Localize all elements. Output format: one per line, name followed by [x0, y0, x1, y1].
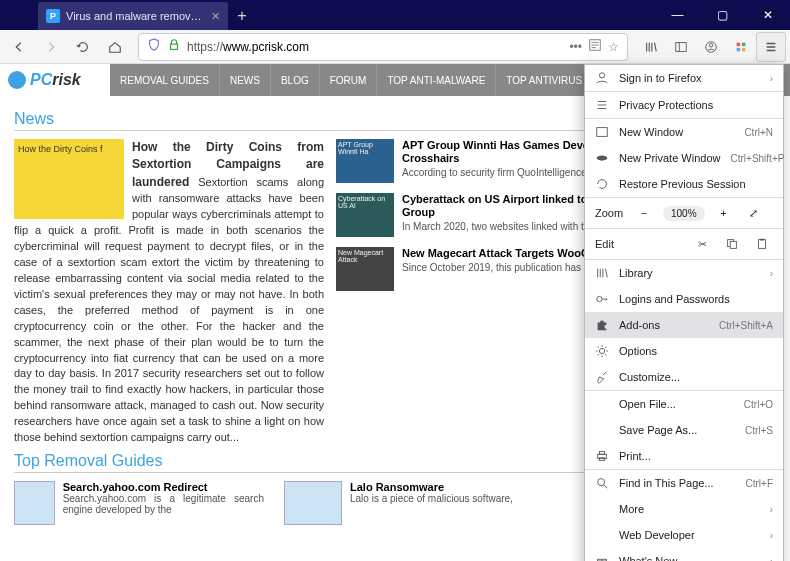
shield-icon: [147, 38, 161, 55]
news-thumb[interactable]: Cyberattack on US Ai: [336, 193, 394, 237]
menu-whats-new[interactable]: What's New ›: [585, 548, 783, 561]
menu-open-file[interactable]: Open File... Ctrl+O: [585, 391, 783, 417]
extensions-button[interactable]: [726, 32, 756, 62]
window-maximize-button[interactable]: ▢: [700, 0, 745, 30]
svg-point-16: [597, 296, 602, 301]
fullscreen-button[interactable]: ⤢: [743, 202, 765, 224]
search-icon: [595, 476, 609, 490]
browser-toolbar: https://www.pcrisk.com ••• ☆: [0, 30, 790, 64]
nav-item[interactable]: TOP ANTI-MALWARE: [377, 64, 496, 96]
guide-thumb[interactable]: [284, 481, 342, 525]
svg-rect-5: [737, 42, 741, 46]
library-icon: [595, 266, 609, 280]
nav-item[interactable]: NEWS: [220, 64, 271, 96]
svg-rect-15: [760, 239, 764, 241]
menu-restore-session[interactable]: Restore Previous Session: [585, 171, 783, 197]
menu-print[interactable]: Print...: [585, 443, 783, 469]
svg-point-17: [599, 348, 604, 353]
cut-button[interactable]: ✂: [691, 233, 713, 255]
zoom-in-button[interactable]: +: [713, 202, 735, 224]
window-icon: [595, 125, 609, 139]
news-thumb[interactable]: APT Group Winnti Ha: [336, 139, 394, 183]
guide-item: Lalo RansomwareLalo is a piece of malici…: [284, 481, 534, 525]
menu-privacy[interactable]: Privacy Protections: [585, 92, 783, 118]
svg-point-4: [709, 43, 713, 47]
chevron-right-icon: ›: [770, 530, 773, 541]
svg-rect-10: [597, 128, 608, 137]
more-actions-icon[interactable]: •••: [569, 40, 582, 54]
window-controls: — ▢ ✕: [655, 0, 790, 30]
lock-icon: [167, 38, 181, 55]
svg-rect-0: [171, 44, 178, 49]
menu-edit: Edit ✂: [585, 229, 783, 259]
gear-icon: [595, 344, 609, 358]
menu-new-private-window[interactable]: New Private Window Ctrl+Shift+P: [585, 145, 783, 171]
logo-icon: [8, 71, 26, 89]
nav-item[interactable]: BLOG: [271, 64, 320, 96]
tab-close-icon[interactable]: ✕: [211, 10, 220, 23]
svg-rect-19: [599, 452, 604, 455]
browser-tab[interactable]: P Virus and malware removal ins ✕: [38, 2, 228, 30]
guide-body: Search.yahoo.com is a legitimate search …: [63, 493, 264, 515]
site-logo[interactable]: PCrisk: [0, 64, 110, 96]
menu-save-page[interactable]: Save Page As... Ctrl+S: [585, 417, 783, 443]
menu-find[interactable]: Find in This Page... Ctrl+F: [585, 470, 783, 496]
account-button[interactable]: [696, 32, 726, 62]
svg-point-11: [597, 155, 608, 160]
print-icon: [595, 449, 609, 463]
mask-icon: [595, 151, 609, 165]
window-minimize-button[interactable]: —: [655, 0, 700, 30]
zoom-value: 100%: [663, 206, 705, 221]
library-button[interactable]: [636, 32, 666, 62]
url-bar[interactable]: https://www.pcrisk.com ••• ☆: [138, 33, 628, 61]
menu-web-developer[interactable]: Web Developer ›: [585, 522, 783, 548]
svg-rect-2: [676, 42, 687, 51]
window-close-button[interactable]: ✕: [745, 0, 790, 30]
back-button[interactable]: [4, 32, 34, 62]
zoom-out-button[interactable]: −: [633, 202, 655, 224]
guide-thumb[interactable]: [14, 481, 55, 525]
nav-item[interactable]: REMOVAL GUIDES: [110, 64, 220, 96]
menu-more[interactable]: More ›: [585, 496, 783, 522]
svg-point-21: [598, 479, 605, 486]
forward-button[interactable]: [36, 32, 66, 62]
menu-customize[interactable]: Customize...: [585, 364, 783, 390]
menu-zoom: Zoom − 100% + ⤢: [585, 198, 783, 228]
home-button[interactable]: [100, 32, 130, 62]
svg-rect-7: [737, 47, 741, 51]
bookmark-star-icon[interactable]: ☆: [608, 40, 619, 54]
chevron-right-icon: ›: [770, 73, 773, 84]
menu-library[interactable]: Library ›: [585, 260, 783, 286]
menu-logins[interactable]: Logins and Passwords: [585, 286, 783, 312]
reader-icon[interactable]: [588, 38, 602, 55]
chevron-right-icon: ›: [770, 556, 773, 562]
puzzle-icon: [595, 318, 609, 332]
tab-favicon: P: [46, 9, 60, 23]
copy-button[interactable]: [721, 233, 743, 255]
url-text: https://www.pcrisk.com: [187, 40, 563, 54]
reload-button[interactable]: [68, 32, 98, 62]
new-tab-button[interactable]: +: [228, 2, 256, 30]
news-thumb[interactable]: New Magecart Attack: [336, 247, 394, 291]
menu-new-window[interactable]: New Window Ctrl+N: [585, 119, 783, 145]
article-thumb[interactable]: How the Dirty Coins f: [14, 139, 124, 219]
app-menu-button[interactable]: [756, 32, 786, 62]
titlebar: P Virus and malware removal ins ✕ + — ▢ …: [0, 0, 790, 30]
main-article: How the Dirty Coins f How the Dirty Coin…: [14, 139, 324, 446]
svg-point-9: [599, 73, 604, 78]
nav-item[interactable]: FORUM: [320, 64, 378, 96]
svg-rect-13: [730, 241, 736, 248]
menu-addons[interactable]: Add-ons Ctrl+Shift+A: [585, 312, 783, 338]
paste-button[interactable]: [751, 233, 773, 255]
sidebars-button[interactable]: [666, 32, 696, 62]
guide-title[interactable]: Lalo Ransomware: [350, 481, 513, 493]
paintbrush-icon: [595, 370, 609, 384]
restore-icon: [595, 177, 609, 191]
chevron-right-icon: ›: [770, 268, 773, 279]
chevron-right-icon: ›: [770, 504, 773, 515]
menu-signin[interactable]: Sign in to Firefox ›: [585, 65, 783, 91]
svg-rect-8: [742, 47, 746, 51]
menu-options[interactable]: Options: [585, 338, 783, 364]
app-menu: Sign in to Firefox › Privacy Protections…: [584, 64, 784, 561]
guide-title[interactable]: Search.yahoo.com Redirect: [63, 481, 264, 493]
